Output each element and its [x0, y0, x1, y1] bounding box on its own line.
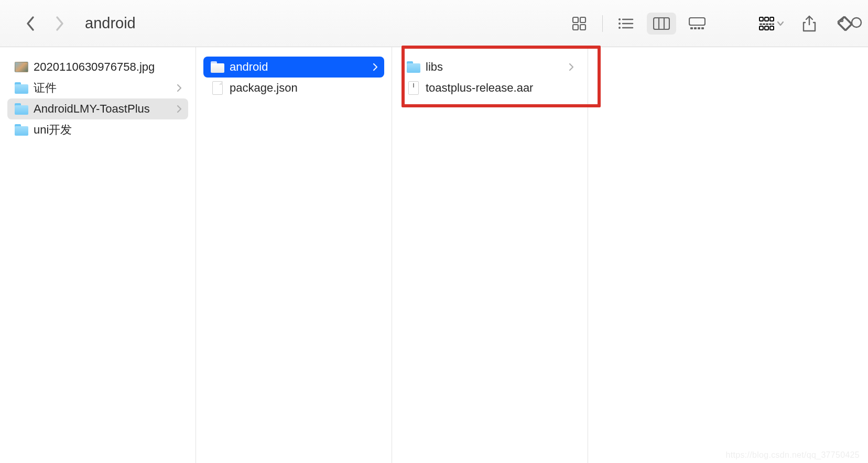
column-4: [588, 47, 868, 463]
folder-item[interactable]: uni开发: [7, 119, 188, 140]
folder-item[interactable]: libs: [399, 57, 580, 78]
svg-rect-10: [654, 18, 669, 29]
folder-item-selected[interactable]: AndroidLMY-ToastPlus: [7, 98, 188, 119]
column-2: android package.json: [196, 47, 392, 463]
folder-icon: [211, 60, 224, 74]
watermark: https://blog.csdn.net/qq_37750425: [726, 450, 860, 460]
folder-item[interactable]: 证件: [7, 78, 188, 98]
chevron-right-icon: [569, 63, 574, 71]
svg-point-4: [619, 18, 621, 20]
item-label: libs: [426, 60, 563, 74]
item-label: 证件: [34, 80, 171, 96]
file-item[interactable]: toastplus-release.aar: [399, 78, 580, 98]
folder-icon: [15, 123, 28, 137]
chevron-right-icon: [177, 84, 182, 92]
svg-rect-2: [573, 25, 578, 30]
svg-rect-1: [580, 17, 585, 23]
svg-point-6: [619, 23, 621, 25]
svg-rect-15: [694, 27, 697, 29]
chevron-right-icon: [373, 63, 378, 71]
toolbar-divider: [602, 15, 603, 32]
item-label: uni开发: [34, 122, 182, 138]
svg-rect-17: [701, 27, 704, 29]
view-columns-button[interactable]: [647, 13, 676, 35]
folder-icon: [407, 60, 420, 74]
item-label: package.json: [230, 81, 378, 95]
back-button[interactable]: [23, 16, 38, 31]
list-icon: [618, 17, 634, 30]
share-icon: [802, 15, 816, 32]
folder-icon: [15, 81, 28, 95]
search-button[interactable]: [847, 8, 868, 39]
folder-item-selected[interactable]: android: [203, 57, 384, 78]
file-item[interactable]: 2020110630976758.jpg: [7, 57, 188, 78]
column-1: 2020110630976758.jpg 证件 AndroidLMY-Toast…: [0, 47, 196, 463]
view-gallery-button[interactable]: [682, 13, 712, 35]
columns-icon: [653, 17, 670, 30]
view-icons-button[interactable]: [565, 13, 594, 35]
svg-rect-23: [765, 26, 768, 30]
toolbar: android: [0, 0, 868, 47]
share-button[interactable]: [799, 13, 820, 34]
svg-rect-14: [690, 27, 693, 29]
view-list-button[interactable]: [611, 13, 641, 35]
doc-icon: [211, 81, 224, 95]
aar-icon: [407, 81, 420, 95]
toolbar-actions: [759, 13, 855, 34]
item-label: toastplus-release.aar: [426, 81, 574, 95]
svg-rect-20: [770, 17, 774, 21]
forward-button[interactable]: [52, 16, 67, 31]
image-icon: [15, 60, 28, 74]
svg-rect-18: [760, 17, 763, 21]
chevron-right-icon: [55, 16, 64, 31]
group-icon: [759, 17, 775, 30]
chevron-down-icon: [777, 21, 784, 26]
grid-icon: [572, 16, 587, 31]
nav-buttons: [23, 16, 67, 31]
chevron-right-icon: [177, 105, 182, 113]
item-label: 2020110630976758.jpg: [34, 60, 182, 74]
svg-rect-3: [580, 25, 585, 30]
svg-rect-0: [573, 17, 578, 23]
column-browser: 2020110630976758.jpg 证件 AndroidLMY-Toast…: [0, 47, 868, 463]
path-title: android: [85, 15, 136, 32]
item-label: android: [230, 60, 367, 74]
svg-rect-13: [689, 18, 705, 25]
file-item[interactable]: package.json: [203, 78, 384, 98]
gallery-icon: [689, 17, 706, 30]
svg-point-8: [619, 27, 621, 29]
svg-rect-16: [698, 27, 700, 29]
chevron-left-icon: [26, 16, 35, 31]
search-icon: [850, 16, 865, 31]
svg-rect-24: [770, 26, 774, 30]
view-mode-group: [565, 13, 712, 35]
group-button[interactable]: [759, 17, 784, 30]
folder-icon: [15, 102, 28, 116]
svg-rect-22: [760, 26, 763, 30]
svg-rect-19: [765, 17, 768, 21]
svg-point-26: [852, 18, 861, 27]
column-3: libs toastplus-release.aar: [392, 47, 588, 463]
item-label: AndroidLMY-ToastPlus: [34, 102, 171, 116]
